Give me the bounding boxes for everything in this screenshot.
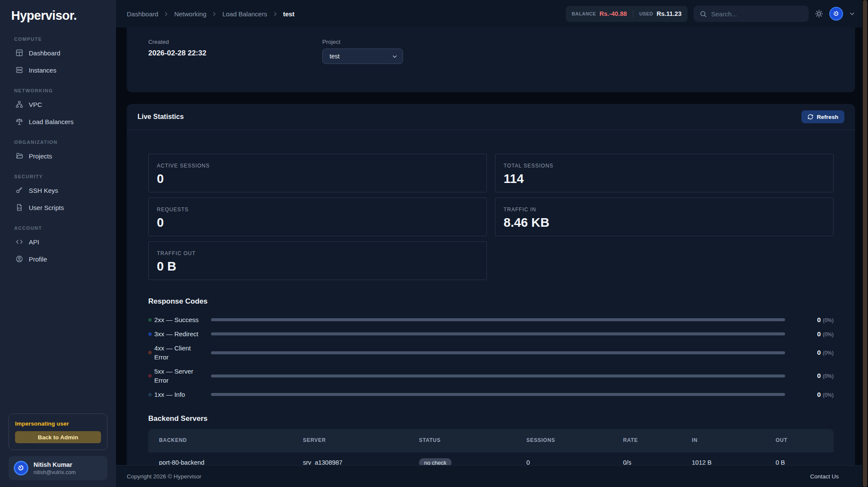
search-icon: [700, 10, 707, 18]
folder-icon: [15, 152, 23, 160]
cell-in: 1012 B: [681, 452, 765, 465]
response-codes-section: Response Codes 2xx — Success 0 (0%) 3xx …: [148, 297, 834, 399]
content: Created 2026-02-28 22:32 Project test Li…: [116, 27, 868, 465]
scale-icon: [15, 118, 23, 125]
count: 0: [817, 349, 821, 356]
response-code-value: 0 (0%): [785, 330, 834, 338]
stat-tile-traffic-out: TRAFFIC OUT 0 B: [148, 241, 487, 280]
project-field: Project test: [322, 39, 496, 92]
scrollbar-track[interactable]: [862, 0, 868, 487]
chevron-down-icon[interactable]: [849, 11, 855, 17]
sidebar-item-vpc[interactable]: VPC: [6, 96, 110, 113]
sidebar-item-user-scripts[interactable]: User Scripts: [6, 199, 110, 216]
sidebar-item-instances[interactable]: Instances: [6, 61, 110, 79]
balance-pill: BALANCE Rs.-40.88 USED Rs.11.23: [566, 6, 688, 22]
sidebar-item-profile[interactable]: Profile: [6, 250, 110, 268]
sidebar-item-projects[interactable]: Projects: [6, 147, 110, 164]
breadcrumb-dashboard[interactable]: Dashboard: [127, 10, 158, 18]
nav-section-security: SECURITY SSH Keys User Scripts: [6, 174, 110, 216]
nav-section-organization: ORGANIZATION Projects: [6, 140, 110, 164]
cell-rate: 0/s: [612, 452, 681, 465]
sidebar-item-load-balancers[interactable]: Load Balancers: [6, 113, 110, 130]
nav-section-networking: NETWORKING VPC Load Balancers: [6, 88, 110, 130]
percent: (0%): [823, 373, 834, 379]
cell-out: 0 B: [765, 452, 834, 465]
status-dot: [148, 351, 152, 354]
cell-status: no check: [408, 452, 516, 465]
table-header-row: BACKEND SERVER STATUS SESSIONS RATE IN O…: [148, 429, 834, 452]
refresh-button[interactable]: Refresh: [801, 110, 844, 123]
backend-servers-table: BACKEND SERVER STATUS SESSIONS RATE IN O…: [148, 429, 834, 465]
topbar-right: BALANCE Rs.-40.88 USED Rs.11.23: [566, 6, 856, 22]
stat-label: ACTIVE SESSIONS: [157, 163, 478, 169]
stat-value: 0 B: [157, 259, 478, 273]
contact-us-link[interactable]: Contact Us: [810, 473, 839, 480]
back-to-admin-button[interactable]: Back to Admin: [15, 431, 101, 443]
breadcrumb-load-balancers[interactable]: Load Balancers: [222, 10, 267, 18]
sun-icon: [815, 9, 823, 18]
response-code-value: 0 (0%): [785, 316, 834, 324]
response-code-row-2xx: 2xx — Success 0 (0%): [148, 315, 834, 324]
sidebar-item-api[interactable]: API: [6, 233, 110, 250]
refresh-icon: [807, 114, 813, 120]
project-label: Project: [322, 39, 496, 45]
project-select[interactable]: test: [322, 49, 403, 64]
dashboard-icon: [15, 49, 23, 57]
breadcrumb-networking[interactable]: Networking: [174, 10, 206, 18]
progress-bar: [211, 374, 785, 377]
sidebar: Hypervisor. COMPUTE Dashboard Instances …: [0, 0, 116, 487]
stats-grid: ACTIVE SESSIONS 0 TOTAL SESSIONS 114 REQ…: [148, 154, 834, 280]
account-avatar[interactable]: [829, 7, 843, 21]
sidebar-item-label: User Scripts: [29, 204, 64, 211]
user-card[interactable]: Nitish Kumar nitish@vulrix.com: [9, 456, 107, 480]
copyright-text: Copyright 2026 © Hypervisor: [127, 473, 202, 480]
impersonation-box: Impersonating user Back to Admin: [9, 414, 107, 450]
progress-bar: [211, 351, 785, 354]
stat-tile-traffic-in: TRAFFIC IN 8.46 KB: [495, 198, 834, 236]
footer: Copyright 2026 © Hypervisor Contact Us: [116, 465, 868, 487]
app: Hypervisor. COMPUTE Dashboard Instances …: [0, 0, 868, 487]
created-field: Created 2026-02-28 22:32: [148, 39, 322, 92]
response-code-label: 2xx — Success: [154, 315, 205, 324]
progress-bar: [211, 393, 785, 396]
response-code-row-4xx: 4xx — Client Error 0 (0%): [148, 344, 834, 362]
stat-label: REQUESTS: [157, 207, 478, 213]
sidebar-item-ssh-keys[interactable]: SSH Keys: [6, 182, 110, 199]
topbar: Dashboard Networking Load Balancers test…: [116, 0, 868, 27]
response-codes-title: Response Codes: [148, 297, 834, 306]
response-code-row-3xx: 3xx — Redirect 0 (0%): [148, 329, 834, 338]
used-label: USED: [639, 11, 653, 16]
created-label: Created: [148, 39, 322, 45]
status-dot: [148, 393, 152, 396]
balance-value: Rs.-40.88: [599, 10, 627, 17]
sidebar-item-label: Instances: [29, 67, 56, 74]
live-statistics-header: Live Statistics Refresh: [127, 104, 855, 130]
created-value: 2026-02-28 22:32: [148, 49, 322, 58]
col-out: OUT: [765, 429, 834, 452]
breadcrumb-current: test: [283, 10, 295, 18]
divider: [633, 10, 633, 17]
sidebar-nav: COMPUTE Dashboard Instances NETWORKING V…: [0, 37, 116, 268]
search-input[interactable]: [711, 10, 803, 18]
sidebar-item-dashboard[interactable]: Dashboard: [6, 44, 110, 61]
response-code-label: 1xx — Info: [154, 390, 205, 399]
col-in: IN: [681, 429, 765, 452]
percent: (0%): [823, 392, 834, 398]
status-dot: [148, 318, 152, 322]
nav-section-label: ACCOUNT: [6, 225, 110, 231]
stat-tile-total-sessions: TOTAL SESSIONS 114: [495, 154, 834, 192]
status-dot: [148, 332, 152, 336]
backend-servers-title: Backend Servers: [148, 414, 834, 423]
network-icon: [15, 100, 23, 108]
theme-toggle-button[interactable]: [815, 9, 823, 18]
scrollbar-thumb[interactable]: [863, 0, 867, 487]
stat-label: TOTAL SESSIONS: [504, 163, 825, 169]
response-code-value: 0 (0%): [785, 349, 834, 356]
server-icon: [15, 66, 23, 74]
count: 0: [817, 391, 821, 398]
percent: (0%): [823, 317, 834, 323]
backend-servers-section: Backend Servers BACKEND SERVER STATUS SE…: [148, 414, 834, 465]
chevron-right-icon: [163, 11, 169, 17]
status-dot: [148, 374, 152, 377]
percent: (0%): [823, 350, 834, 356]
